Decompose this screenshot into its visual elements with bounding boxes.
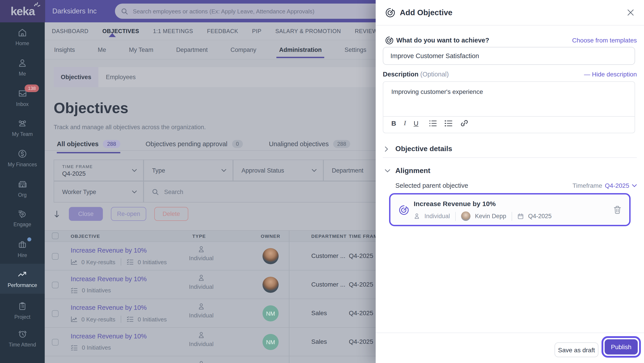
tab-pending-approval[interactable]: Objectives pending approval 0	[146, 140, 243, 153]
performance-icon	[17, 269, 28, 280]
logo-text: keka	[10, 4, 35, 18]
sort-descending-icon[interactable]	[54, 210, 60, 218]
initiatives-count: 0 Initiatives	[82, 344, 111, 351]
user-icon	[18, 57, 27, 69]
chevron-down-icon	[632, 184, 637, 187]
objective-details-section[interactable]: Objective details	[376, 142, 644, 156]
owner-avatar[interactable]: NM	[262, 334, 278, 350]
publish-button[interactable]: Publish	[605, 339, 638, 355]
tab-all-objectives[interactable]: All objectives 288	[57, 140, 120, 153]
tab-1-1-meetings[interactable]: 1:1 MEETINGS	[153, 28, 193, 34]
objective-link[interactable]: Increase Revenue by 10%	[71, 247, 147, 254]
sidebar-item-org[interactable]: Org	[0, 178, 45, 204]
row-checkbox[interactable]	[52, 282, 58, 288]
tab-pip[interactable]: PIP	[252, 28, 262, 34]
timeframe-dropdown[interactable]: Timeframe Q4-2025	[572, 182, 637, 189]
calendar-icon	[518, 213, 524, 219]
close-button[interactable]: Close	[69, 207, 103, 221]
sidebar-item-my-team[interactable]: My Team	[0, 118, 45, 143]
filter-worker-type[interactable]: Worker Type	[54, 181, 144, 203]
individual-icon	[198, 331, 205, 339]
description-editor[interactable]: Improving customer's experience B I U	[383, 81, 635, 133]
view-tab-objectives[interactable]: Objectives	[54, 67, 98, 87]
owner-avatar[interactable]	[262, 248, 278, 264]
key-results-icon	[71, 259, 77, 265]
selected-parent-objective-card[interactable]: Increase Revenue by 10% Individual Kevin…	[389, 193, 630, 226]
objective-link[interactable]: Increase Revenue by 10%	[71, 333, 147, 340]
department-cell: Sales	[311, 309, 327, 317]
type-label: Individual	[189, 283, 214, 290]
subtab-settings[interactable]: Settings	[344, 41, 368, 58]
trash-icon[interactable]	[614, 206, 621, 214]
objective-link[interactable]: Increase Revenue by 10%	[71, 304, 147, 311]
hide-description-link[interactable]: — Hide description	[584, 71, 637, 78]
filter-approval-status[interactable]: Approval Status	[233, 160, 323, 181]
sidebar-item-engage[interactable]: Engage	[0, 208, 45, 234]
filter-type[interactable]: Type	[144, 160, 233, 181]
time-frame-cell: Q4-2025	[349, 309, 373, 317]
sidebar-item-performance[interactable]: Performance	[0, 269, 45, 295]
subtab-me[interactable]: Me	[97, 41, 107, 58]
global-search[interactable]	[115, 3, 383, 19]
bullet-list-icon[interactable]	[444, 120, 452, 127]
add-objective-panel: Add Objective What do you want to achiev…	[376, 0, 644, 363]
row-checkbox[interactable]	[52, 339, 58, 346]
time-frame-cell: Q4-2025	[349, 281, 373, 288]
sidebar-item-inbox[interactable]: 138 Inbox	[0, 88, 45, 114]
objective-name-input[interactable]	[383, 47, 635, 65]
choose-from-templates-link[interactable]: Choose from templates	[572, 37, 637, 44]
owner-avatar[interactable]: NM	[262, 305, 278, 322]
initiatives-count: 0 Initiatives	[82, 287, 111, 294]
time-frame-cell: Q4-2025	[349, 252, 373, 259]
objective-link[interactable]: Increase Revenue by 10%	[71, 275, 147, 283]
time-attend-icon	[17, 328, 28, 340]
view-tab-employees[interactable]: Employees	[98, 67, 143, 87]
link-icon[interactable]	[460, 119, 468, 127]
type-label: Individual	[189, 312, 214, 319]
sidebar-item-home[interactable]: Home	[0, 27, 45, 53]
sidebar-item-me[interactable]: Me	[0, 57, 45, 83]
select-all-checkbox[interactable]	[52, 232, 58, 239]
ordered-list-icon[interactable]	[429, 120, 437, 127]
subtab-my-team[interactable]: My Team	[128, 41, 154, 58]
close-icon[interactable]	[626, 8, 635, 17]
owner-avatar[interactable]	[262, 277, 278, 293]
alignment-section[interactable]: Alignment	[376, 164, 644, 177]
sidebar-item-time-attend[interactable]: Time Attend	[0, 328, 45, 354]
objective-question-label: What do you want to achieve?	[396, 37, 489, 44]
tab-salary-promotion[interactable]: SALARY & PROMOTION	[275, 28, 341, 34]
italic-icon[interactable]: I	[404, 119, 406, 127]
pending-approval-count: 0	[232, 140, 243, 148]
delete-button[interactable]: Delete	[154, 207, 188, 221]
filter-search-input[interactable]	[163, 188, 298, 196]
description-text[interactable]: Improving customer's experience	[391, 88, 483, 95]
row-checkbox[interactable]	[52, 310, 58, 317]
subtab-administration[interactable]: Administration	[278, 41, 323, 58]
engage-icon	[17, 208, 28, 220]
sidebar-item-my-finances[interactable]: My Finances	[0, 148, 45, 174]
sidebar-item-hire[interactable]: Hire	[0, 239, 45, 265]
save-as-draft-button[interactable]: Save as draft	[554, 343, 598, 357]
underline-icon[interactable]: U	[414, 119, 418, 127]
page-subtitle: Track and manage all objectives across t…	[54, 124, 206, 131]
all-objectives-count: 288	[103, 140, 120, 148]
tab-dashboard[interactable]: DASHBOARD	[52, 28, 88, 34]
sidebar: Home Me 138 Inbox My Team My Finances Or…	[0, 22, 45, 363]
subtab-company[interactable]: Company	[230, 41, 258, 58]
bold-icon[interactable]: B	[391, 119, 396, 127]
department-cell: Customer ...	[311, 281, 346, 288]
publish-highlight-ring: Publish	[602, 336, 641, 358]
keka-logo[interactable]: keka	[0, 0, 45, 22]
sidebar-item-project[interactable]: Project	[0, 300, 45, 326]
tab-unaligned-objectives[interactable]: Unaligned objectives 288	[269, 140, 350, 153]
row-checkbox[interactable]	[52, 253, 58, 260]
tab-feedback[interactable]: FEEDBACK	[207, 28, 238, 34]
chevron-down-icon	[312, 169, 317, 172]
tab-objectives[interactable]: OBJECTIVES	[102, 28, 139, 34]
filter-time-frame[interactable]: TIME FRAME Q4-2025	[54, 160, 144, 181]
individual-icon	[198, 303, 205, 310]
subtab-insights[interactable]: Insights	[53, 41, 76, 58]
global-search-input[interactable]	[132, 7, 377, 15]
reopen-button[interactable]: Re-open	[111, 207, 146, 221]
subtab-department[interactable]: Department	[175, 41, 209, 58]
